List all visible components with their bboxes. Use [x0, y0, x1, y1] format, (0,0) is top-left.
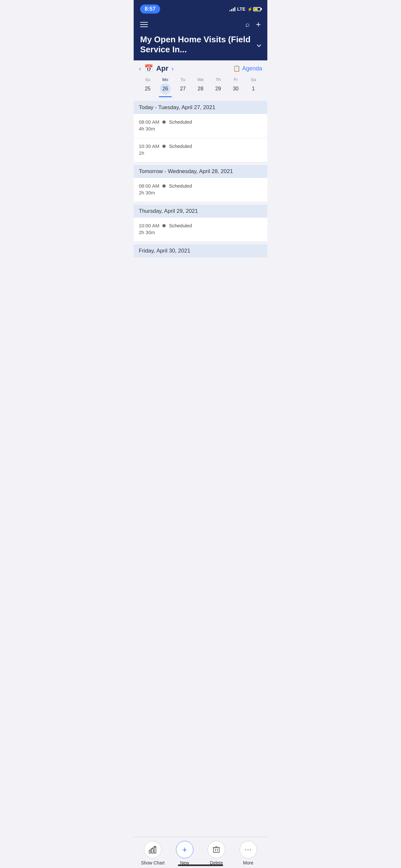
day-name: Su [145, 77, 150, 82]
calendar-icon: 📅 [144, 64, 153, 73]
status-icons: LTE ⚡ [229, 6, 261, 11]
event-card[interactable]: 08:00 AMScheduled4h 30m [134, 114, 267, 138]
date-header-3: Friday, April 30, 2021 [134, 244, 267, 257]
day-cell-fr[interactable]: Fr30 [227, 77, 245, 99]
day-cell-sa[interactable]: Sa1 [244, 77, 262, 99]
event-time-row: 08:00 AMScheduled [139, 183, 262, 189]
month-nav-left: ‹ 📅 Apr › [139, 64, 174, 73]
day-name: Th [216, 77, 220, 82]
section-gap [134, 202, 267, 205]
event-time-row: 10:30 AMScheduled [139, 144, 262, 149]
agenda-label: Agenda [242, 65, 262, 72]
section-gap [134, 257, 267, 260]
event-duration: 4h 30m [139, 126, 262, 131]
day-number: 1 [248, 83, 259, 94]
battery-icon: ⚡ [247, 7, 261, 11]
event-card[interactable]: 10:00 AMScheduled2h 30m [134, 218, 267, 242]
hamburger-menu[interactable] [140, 22, 148, 27]
agenda-list: Today - Tuesday, April 27, 202108:00 AMS… [134, 101, 267, 292]
event-status-dot [162, 145, 166, 148]
agenda-calendar-icon: 📋 [233, 65, 240, 72]
page-title[interactable]: My Open Home Visits (Field Service In...… [140, 35, 261, 55]
event-status-dot [162, 224, 166, 227]
search-button[interactable]: ⌕ [245, 20, 250, 29]
page-title-text: My Open Home Visits (Field Service In... [140, 35, 254, 55]
month-label: Apr [156, 64, 168, 73]
status-bar: 8:57 LTE ⚡ [134, 0, 267, 16]
event-duration: 1h [139, 150, 262, 156]
event-time: 10:30 AM [139, 144, 159, 149]
day-cell-mo[interactable]: Mo26 [157, 77, 174, 99]
date-header-1: Tomorrow - Wednesday, April 28, 2021 [134, 165, 267, 178]
event-time: 08:00 AM [139, 183, 159, 189]
add-button[interactable]: + [256, 20, 261, 29]
day-cell-we[interactable]: We28 [192, 77, 210, 99]
event-duration: 2h 30m [139, 190, 262, 195]
week-row: Su25Mo26Tu27We28Th29Fr30Sa1 [139, 75, 262, 101]
event-card[interactable]: 08:00 AMScheduled2h 30m [134, 178, 267, 202]
day-number: 30 [230, 83, 241, 94]
lte-label: LTE [237, 6, 245, 11]
day-name: Sa [251, 77, 256, 82]
day-number: 29 [213, 83, 224, 94]
event-duration: 2h 30m [139, 229, 262, 235]
status-time: 8:57 [140, 4, 160, 13]
day-number: 27 [177, 83, 188, 94]
section-gap [134, 162, 267, 165]
event-status-label: Scheduled [169, 223, 192, 228]
agenda-button[interactable]: 📋 Agenda [233, 65, 262, 72]
day-name: Mo [162, 77, 168, 82]
next-month-button[interactable]: › [172, 65, 174, 72]
month-nav: ‹ 📅 Apr › 📋 Agenda [139, 64, 262, 73]
event-status-label: Scheduled [169, 144, 192, 149]
day-cell-th[interactable]: Th29 [209, 77, 227, 99]
event-status-label: Scheduled [169, 183, 192, 189]
day-number: 26 [160, 83, 171, 94]
event-time-row: 10:00 AMScheduled [139, 223, 262, 228]
date-header-0: Today - Tuesday, April 27, 2021 [134, 101, 267, 114]
day-number: 25 [142, 83, 153, 94]
day-number: 28 [195, 83, 206, 94]
calendar-bar: ‹ 📅 Apr › 📋 Agenda Su25Mo26Tu27We28Th29F… [134, 60, 267, 101]
day-cell-tu[interactable]: Tu27 [174, 77, 192, 99]
event-time: 08:00 AM [139, 119, 159, 125]
day-name: Tu [181, 77, 185, 82]
header-nav: ⌕ + [140, 20, 261, 29]
day-name: We [197, 77, 204, 82]
selected-day-indicator [159, 96, 172, 97]
signal-icon [229, 7, 235, 11]
event-time-row: 08:00 AMScheduled [139, 119, 262, 125]
day-name: Fr [234, 77, 238, 82]
header-icons: ⌕ + [245, 20, 261, 29]
day-cell-su[interactable]: Su25 [139, 77, 157, 99]
event-status-label: Scheduled [169, 119, 192, 125]
event-status-dot [162, 120, 166, 124]
header: ⌕ + My Open Home Visits (Field Service I… [134, 16, 267, 60]
event-status-dot [162, 184, 166, 188]
event-time: 10:00 AM [139, 223, 159, 228]
section-gap [134, 242, 267, 244]
event-card[interactable]: 10:30 AMScheduled1h [134, 138, 267, 162]
prev-month-button[interactable]: ‹ [139, 65, 141, 72]
date-header-2: Thursday, April 29, 2021 [134, 205, 267, 218]
dropdown-arrow-icon: ⌵ [257, 40, 261, 49]
